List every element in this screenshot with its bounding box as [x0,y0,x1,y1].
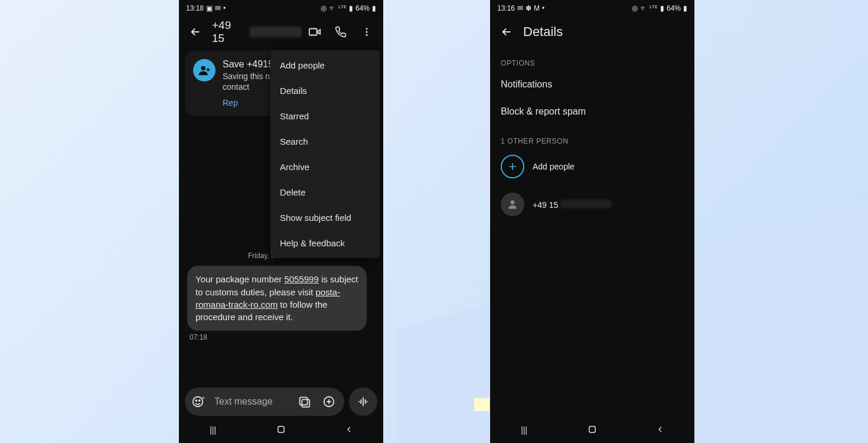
add-contact-icon[interactable] [193,59,216,82]
svg-rect-13 [589,426,596,432]
gallery-icon: ▣ [206,4,213,12]
mail-icon: ✉ [215,4,221,12]
voice-call-button[interactable] [328,19,354,45]
person-avatar-icon [501,193,524,216]
package-number-link[interactable]: 5055999 [284,274,318,284]
menu-delete[interactable]: Delete [270,180,380,205]
battery-text: 64% [355,4,370,12]
signal-icon: ▮ [660,4,664,12]
svg-rect-9 [302,399,309,407]
message-bubble[interactable]: Your package number 5055999 is subject t… [187,266,367,330]
add-people-row[interactable]: Add people [490,149,694,184]
composer: ✦ Text message [185,387,377,416]
attach-icon[interactable] [318,391,340,412]
svg-rect-8 [300,398,308,405]
person-row[interactable]: +49 15 [490,184,694,224]
status-bar: 13:16 ✉ ✽ M • ◎ ᯤ ᴸᵀᴱ ▮ 64% ▮ [490,0,694,17]
nav-home[interactable] [263,424,299,437]
wifi-icon: ᯤ [329,4,336,12]
redacted-number [250,27,302,37]
hotspot-icon: ◎ [321,4,327,12]
person-number: +49 15 [533,200,611,210]
gallery-picker-icon[interactable] [293,391,315,412]
slack-icon: ✽ [526,4,531,12]
contact-title: +49 15 [208,19,302,45]
video-call-button[interactable] [302,19,328,45]
section-options-label: OPTIONS [490,47,694,71]
page-title: Details [520,24,563,40]
battery-text: 64% [667,4,681,12]
menu-starred[interactable]: Starred [270,103,380,129]
phone-left: 13:18 ▣ ✉ • ◎ ᯤ ᴸᵀᴱ ▮ 64% ▮ +49 15 [179,0,383,443]
svg-point-4 [201,66,205,70]
nav-recents[interactable]: ||| [195,425,231,435]
menu-search[interactable]: Search [270,129,380,154]
nav-recents[interactable]: ||| [507,425,542,435]
nav-home[interactable] [575,424,610,437]
status-time: 13:16 [497,4,515,12]
gmail-icon: M [534,4,540,12]
back-button[interactable] [494,19,520,45]
svg-rect-11 [278,426,285,432]
svg-point-12 [511,200,515,204]
svg-point-6 [195,400,197,401]
overflow-menu: Add people Details Starred Search Archiv… [270,50,380,258]
volte-icon: ᴸᵀᴱ [338,4,347,12]
menu-details[interactable]: Details [270,78,380,103]
compose-placeholder[interactable]: Text message [214,396,290,407]
svg-rect-0 [309,29,317,35]
signal-icon: ▮ [349,4,353,12]
section-people-label: 1 OTHER PERSON [490,125,694,149]
compose-field[interactable]: ✦ Text message [185,387,344,416]
overflow-menu-button[interactable] [354,19,380,45]
message-time: 07:18 [190,333,383,341]
svg-point-3 [366,34,368,36]
app-bar: +49 15 [179,17,383,47]
add-icon [501,155,524,178]
add-people-label: Add people [533,162,575,171]
voice-message-button[interactable] [349,387,377,416]
option-block-report[interactable]: Block & report spam [490,98,694,125]
menu-show-subject[interactable]: Show subject field [270,205,380,230]
menu-archive[interactable]: Archive [270,154,380,180]
nav-back[interactable] [331,425,367,436]
svg-point-7 [199,400,200,401]
volte-icon: ᴸᵀᴱ [650,4,658,12]
status-bar: 13:18 ▣ ✉ • ◎ ᯤ ᴸᵀᴱ ▮ 64% ▮ [179,0,383,17]
nav-back[interactable] [642,425,678,436]
emoji-icon[interactable]: ✦ [190,391,211,412]
battery-icon: ▮ [372,4,376,12]
svg-point-2 [366,31,368,33]
menu-add-people[interactable]: Add people [270,53,380,78]
phone-right: 13:16 ✉ ✽ M • ◎ ᯤ ᴸᵀᴱ ▮ 64% ▮ Details OP… [490,0,694,443]
decoration-chip [474,398,490,411]
app-bar: Details [490,17,694,47]
nav-bar: ||| [490,417,694,443]
wifi-icon: ᯤ [640,4,647,12]
back-button[interactable] [182,19,208,45]
menu-help[interactable]: Help & feedback [270,230,380,256]
svg-point-1 [366,28,368,30]
more-notif-icon: • [223,4,226,12]
hotspot-icon: ◎ [632,4,638,12]
redacted-number [560,200,611,208]
status-time: 13:18 [186,4,204,12]
mail-icon: ✉ [517,4,523,12]
option-notifications[interactable]: Notifications [490,71,694,98]
nav-bar: ||| [179,417,383,443]
battery-icon: ▮ [683,4,687,12]
more-notif-icon: • [542,4,544,12]
